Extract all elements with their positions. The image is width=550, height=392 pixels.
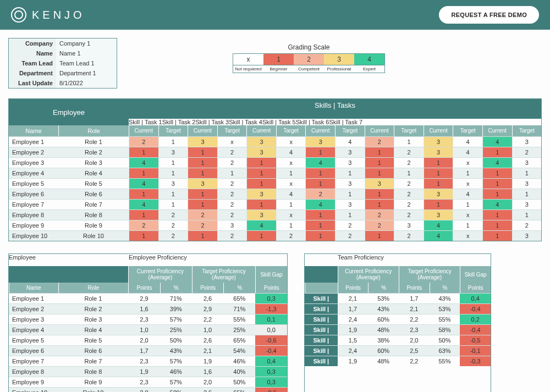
- skill-sub-header: Current: [365, 125, 394, 136]
- skill-cell: 3: [424, 147, 453, 157]
- emp-prof-role: Role 10: [58, 388, 128, 392]
- skill-cell: 1: [512, 210, 542, 220]
- skill-cell: 3: [512, 200, 542, 209]
- skill-cell: 1: [424, 200, 453, 209]
- skill-cell: 2: [394, 210, 424, 220]
- skill-cell: 2: [158, 220, 188, 230]
- skill-cell: 1: [365, 200, 394, 209]
- emp-prof-tpct: 65%: [223, 335, 255, 345]
- skill-cell: 4: [453, 137, 482, 147]
- emp-prof-role: Role 9: [58, 377, 128, 387]
- skill-cell: 2: [217, 200, 247, 209]
- emp-prof-col-header: %: [223, 283, 255, 293]
- skill-cell: 1: [158, 168, 188, 178]
- skill-cell: 1: [158, 200, 188, 209]
- request-demo-button[interactable]: REQUEST A FREE DEMO: [439, 6, 539, 24]
- team-prof-skill-label: Skill |: [305, 314, 338, 324]
- emp-prof-gap: 0,3: [255, 294, 287, 303]
- skill-cell: 3: [246, 210, 276, 220]
- topbar: KENJO REQUEST A FREE DEMO: [0, 0, 550, 30]
- skill-cell: 1: [335, 210, 365, 220]
- team-prof-cpct: 48%: [368, 356, 399, 366]
- skills-table: Employee Skills | Tasks Skill | Task 1Sk…: [8, 98, 542, 241]
- team-prof-tpct: 55%: [430, 314, 460, 324]
- skill-cell: x: [217, 137, 247, 147]
- employee-name: Employee 10: [9, 231, 58, 241]
- skill-cell: 4: [453, 147, 482, 157]
- skill-cell: 4: [129, 179, 158, 189]
- employee-role: Role 2: [58, 147, 129, 157]
- skill-cell: x: [276, 137, 306, 147]
- meta-value-company: Company 1: [56, 38, 117, 48]
- grading-label: Expert: [354, 65, 384, 73]
- skill-cell: 1: [246, 179, 276, 189]
- team-prof-tpct: 50%: [430, 335, 460, 345]
- team-prof-tpct: 63%: [430, 346, 460, 356]
- skill-cell: 2: [394, 200, 424, 209]
- emp-prof-row: Employee 7Role 72,357%1,946%0,4: [9, 356, 287, 366]
- skill-row: Employee 2Role 213123413123412: [9, 147, 541, 157]
- emp-prof-gap: 0,3: [255, 367, 287, 377]
- emp-prof-cp: 2,3: [128, 356, 160, 366]
- skill-cell: 1: [394, 137, 424, 147]
- name-header: Name: [9, 125, 58, 136]
- skill-cell: x: [453, 231, 482, 241]
- team-prof-col-header: %: [368, 283, 399, 293]
- team-prof-gap: -0,4: [460, 304, 491, 314]
- emp-prof-tp: 2,6: [192, 294, 224, 303]
- emp-prof-name: Employee 8: [9, 367, 58, 377]
- emp-prof-cp: 2,3: [128, 377, 160, 387]
- skill-cell: 1: [188, 168, 217, 178]
- skill-cell: 1: [129, 189, 158, 199]
- employee-role: Role 8: [58, 210, 129, 220]
- skill-cell: 1: [188, 200, 217, 209]
- skill-cell: 4: [424, 231, 453, 241]
- skill-cell: 1: [453, 168, 482, 178]
- team-prof-col-header: Points: [460, 283, 491, 293]
- emp-prof-tpct: 71%: [223, 304, 255, 314]
- team-prof-col-header: [305, 283, 338, 293]
- skill-cell: 4: [276, 189, 306, 199]
- skill-cell: 3: [188, 179, 217, 189]
- meta-label-name: Name: [9, 48, 56, 58]
- emp-prof-tp: 1,9: [192, 356, 224, 366]
- emp-prof-name: Employee 2: [9, 304, 58, 314]
- team-prof-cpct: 48%: [368, 325, 399, 335]
- skill-cell: 2: [129, 137, 158, 147]
- skill-row: Employee 9Role 922234112234112: [9, 220, 541, 230]
- emp-prof-cpct: 57%: [160, 314, 192, 324]
- skill-cell: 1: [305, 179, 335, 189]
- skill-cell: 1: [482, 189, 512, 199]
- skill-cell: 3: [335, 147, 365, 157]
- skill-cell: 1: [482, 210, 512, 220]
- skill-cell: 1: [276, 220, 306, 230]
- grading-num: 3: [324, 54, 354, 65]
- skill-row: Employee 4Role 411111111111111: [9, 168, 541, 178]
- team-prof-col-header: %: [430, 283, 460, 293]
- employee-name: Employee 6: [9, 189, 58, 199]
- skill-cell: 2: [158, 210, 188, 220]
- team-prof-cp: 1,9: [338, 325, 369, 335]
- team-prof-cp: 2,1: [338, 294, 369, 303]
- emp-prof-row: Employee 10Role 102,050%2,665%-0,6: [9, 387, 287, 392]
- emp-prof-tp: 1,6: [192, 367, 224, 377]
- skill-cell: 2: [365, 210, 394, 220]
- emp-prof-name: Employee 4: [9, 325, 58, 335]
- fingerprint-icon: [11, 7, 26, 23]
- skill-cell: 3: [424, 189, 453, 199]
- team-prof-row: Skill |2,460%2,255%0,2: [305, 314, 491, 324]
- skill-cell: x: [453, 158, 482, 168]
- skill-column-header: Skill | Task 7: [329, 119, 362, 125]
- skill-cell: 1: [305, 210, 335, 220]
- skill-cell: 1: [217, 168, 247, 178]
- team-prof-row: Skill |2,153%1,743%0,4: [305, 293, 491, 303]
- skill-row: Employee 7Role 741121143121143: [9, 199, 541, 209]
- emp-prof-title: Employee Proficiency: [129, 254, 187, 266]
- emp-prof-tp: 2,6: [192, 388, 224, 392]
- team-prof-title: Team Proficiency: [338, 254, 384, 266]
- emp-prof-col-header: Points: [255, 283, 287, 293]
- team-prof-skill-label: Skill |: [305, 325, 338, 335]
- skill-cell: 1: [424, 168, 453, 178]
- skill-cell: 1: [424, 179, 453, 189]
- skill-cell: 1: [365, 147, 394, 157]
